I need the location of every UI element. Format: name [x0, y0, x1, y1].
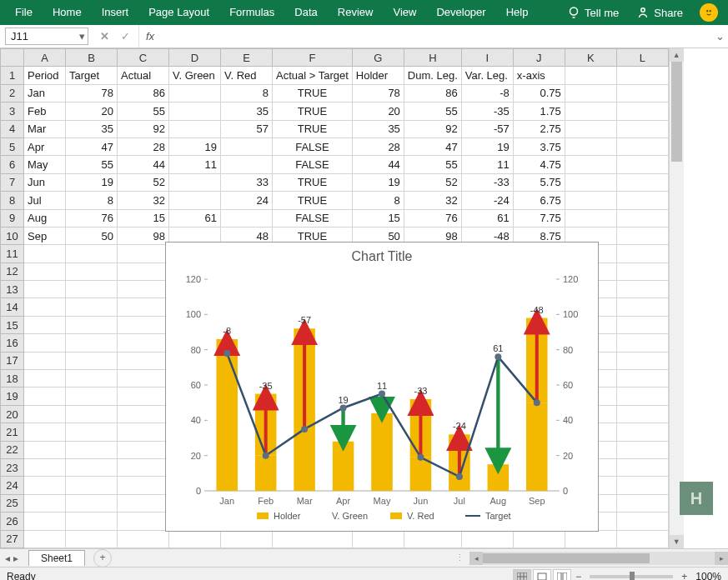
cell[interactable]: [66, 494, 118, 512]
row-header[interactable]: 20: [1, 405, 24, 422]
cell[interactable]: [118, 281, 169, 298]
col-header[interactable]: L: [616, 49, 668, 67]
cell[interactable]: [169, 84, 221, 102]
row-header[interactable]: 13: [1, 281, 24, 298]
cell[interactable]: Dum. Leg.: [404, 67, 461, 84]
page-layout-view-button[interactable]: [533, 569, 551, 581]
cell[interactable]: Feb: [24, 102, 66, 120]
cell[interactable]: [118, 405, 169, 422]
cancel-icon[interactable]: ✕: [100, 30, 109, 42]
cell[interactable]: -8: [461, 84, 513, 102]
cell[interactable]: [616, 530, 668, 548]
vertical-scroll-thumb[interactable]: [671, 62, 682, 162]
cell[interactable]: [565, 192, 616, 209]
normal-view-button[interactable]: [513, 569, 531, 581]
cell[interactable]: Jun: [24, 173, 66, 191]
cell[interactable]: [118, 512, 169, 530]
cell[interactable]: 11: [169, 156, 221, 173]
cell[interactable]: [24, 352, 66, 369]
cell[interactable]: [169, 120, 221, 138]
cell[interactable]: 55: [404, 156, 461, 173]
cell[interactable]: [616, 512, 668, 530]
cell[interactable]: 20: [352, 102, 404, 120]
cell[interactable]: 8: [66, 192, 118, 209]
name-box[interactable]: J11 ▾: [5, 28, 88, 45]
zoom-knob[interactable]: [630, 572, 635, 581]
horizontal-scrollbar[interactable]: ◂ ▸: [469, 552, 728, 565]
select-all-cell[interactable]: [1, 49, 24, 67]
cell[interactable]: [616, 262, 668, 280]
cell[interactable]: Var. Leg.: [461, 67, 513, 84]
cell[interactable]: 61: [169, 209, 221, 227]
cell[interactable]: 7.75: [513, 209, 565, 227]
feedback-smiley-icon[interactable]: [700, 3, 718, 22]
cell[interactable]: [616, 227, 668, 244]
cell[interactable]: 76: [404, 209, 461, 227]
cell[interactable]: [24, 388, 66, 405]
cell[interactable]: [616, 334, 668, 352]
tell-me-button[interactable]: Tell me: [558, 5, 627, 20]
cell[interactable]: 19: [461, 138, 513, 155]
cell[interactable]: 78: [352, 84, 404, 102]
cell[interactable]: 19: [169, 138, 221, 155]
cell[interactable]: Mar: [24, 120, 66, 138]
cell[interactable]: [66, 530, 118, 548]
row-header[interactable]: 6: [1, 156, 24, 173]
row-header[interactable]: 12: [1, 262, 24, 280]
cell[interactable]: [66, 370, 118, 388]
cell[interactable]: Period: [24, 67, 66, 84]
cell[interactable]: -33: [461, 173, 513, 191]
cell[interactable]: [118, 441, 169, 458]
cell[interactable]: 78: [66, 84, 118, 102]
cell[interactable]: -57: [461, 120, 513, 138]
ribbon-tab-review[interactable]: Review: [328, 6, 384, 18]
sheet-nav[interactable]: ◂ ▸: [0, 552, 23, 564]
cell[interactable]: V. Red: [221, 67, 273, 84]
cell[interactable]: [565, 67, 616, 84]
cell[interactable]: 33: [221, 173, 273, 191]
cell[interactable]: 55: [66, 156, 118, 173]
cell[interactable]: 61: [461, 209, 513, 227]
cell[interactable]: 76: [66, 209, 118, 227]
share-button[interactable]: Share: [627, 5, 691, 20]
cell[interactable]: [24, 512, 66, 530]
vertical-scrollbar[interactable]: ▲ ▼: [669, 48, 684, 548]
cell[interactable]: 24: [221, 192, 273, 209]
horizontal-scroll-thumb[interactable]: [483, 553, 650, 563]
cell[interactable]: [66, 458, 118, 476]
row-header[interactable]: 15: [1, 316, 24, 333]
row-header[interactable]: 11: [1, 245, 24, 262]
cell[interactable]: 55: [404, 102, 461, 120]
cell[interactable]: 44: [352, 156, 404, 173]
ribbon-tab-formulas[interactable]: Formulas: [219, 6, 284, 18]
cell[interactable]: FALSE: [273, 209, 353, 227]
row-header[interactable]: 19: [1, 388, 24, 405]
col-header[interactable]: J: [513, 49, 565, 67]
cell[interactable]: [221, 156, 273, 173]
cell[interactable]: 35: [66, 120, 118, 138]
cell[interactable]: [616, 120, 668, 138]
cell[interactable]: [221, 138, 273, 155]
row-header[interactable]: 16: [1, 334, 24, 352]
ribbon-tab-page-layout[interactable]: Page Layout: [138, 6, 219, 18]
cell[interactable]: 47: [66, 138, 118, 155]
cell[interactable]: [616, 67, 668, 84]
cell[interactable]: [169, 192, 221, 209]
row-header[interactable]: 5: [1, 138, 24, 155]
col-header[interactable]: C: [118, 49, 169, 67]
cell[interactable]: TRUE: [273, 192, 353, 209]
col-header[interactable]: D: [169, 49, 221, 67]
cell[interactable]: -35: [461, 102, 513, 120]
cell[interactable]: TRUE: [273, 84, 353, 102]
row-header[interactable]: 7: [1, 173, 24, 191]
cell[interactable]: [66, 281, 118, 298]
cell[interactable]: TRUE: [273, 120, 353, 138]
cell[interactable]: 86: [404, 84, 461, 102]
cell[interactable]: [616, 441, 668, 458]
cell[interactable]: 8: [352, 192, 404, 209]
cell[interactable]: 92: [118, 120, 169, 138]
cell[interactable]: [66, 477, 118, 494]
cell[interactable]: [24, 405, 66, 422]
cell[interactable]: [24, 458, 66, 476]
cell[interactable]: [616, 316, 668, 333]
